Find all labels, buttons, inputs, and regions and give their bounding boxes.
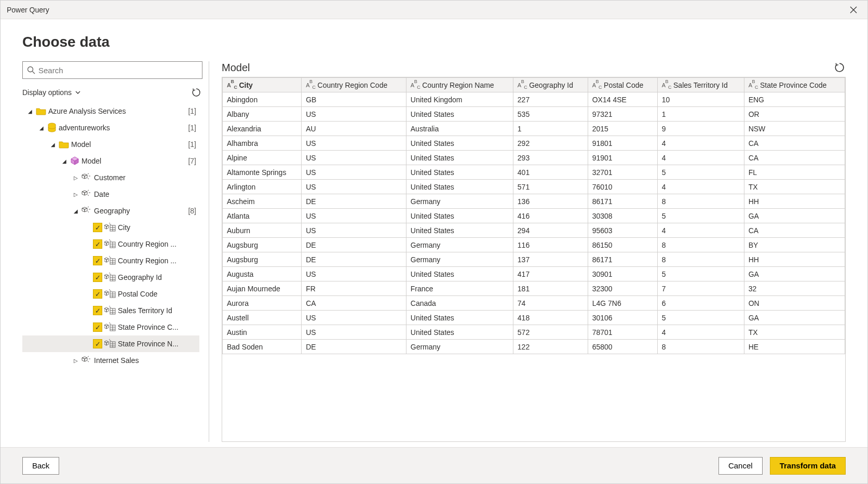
- table-row[interactable]: AlexandriaAUAustralia120159NSW: [223, 122, 845, 136]
- table-cell[interactable]: 4: [657, 180, 744, 194]
- table-cell[interactable]: Germany: [406, 252, 513, 267]
- table-cell[interactable]: 5: [657, 209, 744, 223]
- nav-item[interactable]: ◢Model[7]: [22, 153, 199, 169]
- table-cell[interactable]: United States: [406, 180, 513, 194]
- table-cell[interactable]: United States: [406, 107, 513, 122]
- table-cell[interactable]: 418: [513, 311, 588, 325]
- table-cell[interactable]: US: [302, 165, 406, 180]
- table-cell[interactable]: United States: [406, 151, 513, 165]
- table-cell[interactable]: US: [302, 311, 406, 325]
- table-cell[interactable]: United States: [406, 267, 513, 281]
- table-cell[interactable]: Atlanta: [223, 209, 302, 223]
- table-cell[interactable]: Arlington: [223, 180, 302, 194]
- table-cell[interactable]: Germany: [406, 340, 513, 354]
- table-cell[interactable]: 4: [657, 151, 744, 165]
- table-row[interactable]: ArlingtonUSUnited States571760104TX: [223, 180, 845, 194]
- table-cell[interactable]: 5: [657, 311, 744, 325]
- table-cell[interactable]: 8: [657, 340, 744, 354]
- table-cell[interactable]: 9: [657, 122, 744, 136]
- table-cell[interactable]: GB: [302, 92, 406, 107]
- table-cell[interactable]: 571: [513, 180, 588, 194]
- table-row[interactable]: AbingdonGBUnited Kingdom227OX14 4SE10ENG: [223, 92, 845, 107]
- table-row[interactable]: AuroraCACanada74L4G 7N66ON: [223, 296, 845, 311]
- table-cell[interactable]: DE: [302, 252, 406, 267]
- table-cell[interactable]: 32: [744, 281, 845, 296]
- table-cell[interactable]: 6: [657, 296, 744, 311]
- table-cell[interactable]: 4: [657, 136, 744, 151]
- table-cell[interactable]: United States: [406, 136, 513, 151]
- table-cell[interactable]: AU: [302, 122, 406, 136]
- collapse-icon[interactable]: ◢: [61, 158, 68, 164]
- table-cell[interactable]: 8: [657, 252, 744, 267]
- table-cell[interactable]: Abingdon: [223, 92, 302, 107]
- search-input[interactable]: [38, 66, 198, 75]
- table-cell[interactable]: GA: [744, 267, 845, 281]
- transform-data-button[interactable]: Transform data: [770, 457, 846, 475]
- refresh-nav-button[interactable]: [190, 86, 202, 99]
- expand-icon[interactable]: ▷: [72, 358, 79, 364]
- table-cell[interactable]: 401: [513, 165, 588, 180]
- display-options-dropdown[interactable]: Display options: [22, 88, 81, 97]
- nav-item[interactable]: ▷Customer: [22, 169, 199, 186]
- table-cell[interactable]: 86150: [588, 238, 657, 252]
- nav-tree[interactable]: ◢Azure Analysis Services[1]◢adventurewor…: [22, 103, 202, 442]
- table-cell[interactable]: 136: [513, 194, 588, 209]
- table-cell[interactable]: GA: [744, 311, 845, 325]
- expand-icon[interactable]: ▷: [72, 175, 79, 181]
- table-cell[interactable]: 91801: [588, 136, 657, 151]
- data-grid[interactable]: ABCCityABCCountry Region CodeABCCountry …: [222, 77, 845, 441]
- table-cell[interactable]: TX: [744, 180, 845, 194]
- checkbox[interactable]: ✓: [93, 256, 102, 265]
- table-cell[interactable]: FL: [744, 165, 845, 180]
- table-cell[interactable]: 416: [513, 209, 588, 223]
- table-cell[interactable]: 78701: [588, 325, 657, 340]
- nav-item[interactable]: ✓Country Region ...: [22, 252, 199, 269]
- table-cell[interactable]: HE: [744, 340, 845, 354]
- table-cell[interactable]: GA: [744, 209, 845, 223]
- table-cell[interactable]: 294: [513, 223, 588, 238]
- table-cell[interactable]: 76010: [588, 180, 657, 194]
- table-row[interactable]: Bad SodenDEGermany122658008HE: [223, 340, 845, 354]
- table-row[interactable]: Aujan MournedeFRFrance18132300732: [223, 281, 845, 296]
- table-cell[interactable]: US: [302, 180, 406, 194]
- table-cell[interactable]: 5: [657, 267, 744, 281]
- table-cell[interactable]: United Kingdom: [406, 92, 513, 107]
- checkbox[interactable]: ✓: [93, 339, 102, 348]
- collapse-icon[interactable]: ◢: [26, 109, 34, 114]
- table-row[interactable]: AtlantaUSUnited States416303085GA: [223, 209, 845, 223]
- table-cell[interactable]: United States: [406, 325, 513, 340]
- column-header[interactable]: ABCPostal Code: [588, 78, 657, 92]
- table-cell[interactable]: US: [302, 223, 406, 238]
- table-cell[interactable]: DE: [302, 238, 406, 252]
- table-cell[interactable]: 116: [513, 238, 588, 252]
- checkbox[interactable]: ✓: [93, 223, 102, 232]
- column-header[interactable]: ABCGeography Id: [513, 78, 588, 92]
- table-cell[interactable]: Germany: [406, 194, 513, 209]
- table-cell[interactable]: TX: [744, 325, 845, 340]
- nav-item[interactable]: ✓Geography Id: [22, 269, 199, 286]
- table-cell[interactable]: 293: [513, 151, 588, 165]
- table-cell[interactable]: United States: [406, 223, 513, 238]
- table-cell[interactable]: Bad Soden: [223, 340, 302, 354]
- table-cell[interactable]: 2015: [588, 122, 657, 136]
- table-cell[interactable]: US: [302, 209, 406, 223]
- table-cell[interactable]: 7: [657, 281, 744, 296]
- back-button[interactable]: Back: [22, 457, 59, 475]
- table-cell[interactable]: 65800: [588, 340, 657, 354]
- table-cell[interactable]: BY: [744, 238, 845, 252]
- nav-item[interactable]: ✓Country Region ...: [22, 236, 199, 252]
- table-cell[interactable]: Germany: [406, 238, 513, 252]
- nav-item[interactable]: ✓Sales Territory Id: [22, 302, 199, 319]
- table-cell[interactable]: HH: [744, 252, 845, 267]
- table-cell[interactable]: United States: [406, 165, 513, 180]
- checkbox[interactable]: ✓: [93, 239, 102, 249]
- table-cell[interactable]: 86171: [588, 194, 657, 209]
- table-cell[interactable]: 91901: [588, 151, 657, 165]
- column-header[interactable]: ABCCountry Region Name: [406, 78, 513, 92]
- table-cell[interactable]: Australia: [406, 122, 513, 136]
- checkbox[interactable]: ✓: [93, 322, 102, 332]
- table-cell[interactable]: 8: [657, 194, 744, 209]
- collapse-icon[interactable]: ◢: [49, 142, 57, 147]
- table-cell[interactable]: ENG: [744, 92, 845, 107]
- nav-item[interactable]: ▷Internet Sales: [22, 352, 199, 369]
